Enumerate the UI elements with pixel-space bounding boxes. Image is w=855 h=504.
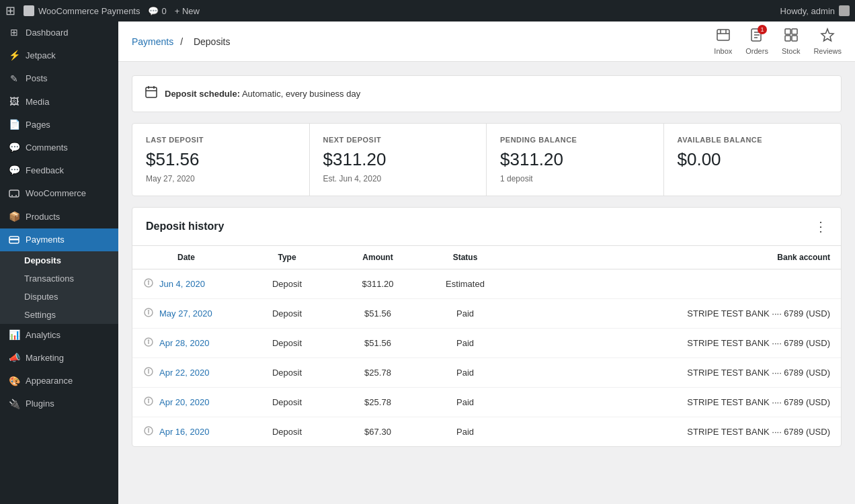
woocommerce-icon [8,187,20,200]
main-layout: ⊞ Dashboard ⚡ Jetpack ✎ Posts 🖼 Media 📄 … [0,22,855,504]
cell-bank-account: STRIPE TEST BANK ···· 6789 (USD) [509,388,841,417]
wp-logo-icon: ⊞ [5,3,15,18]
sidebar-item-label: Dashboard [26,27,69,39]
payments-icon [8,234,20,246]
col-type: Type [240,246,334,269]
breadcrumb-current: Deposits [194,36,230,47]
deposit-schedule-value: Automatic, every business day [242,89,360,99]
table-row: Apr 20, 2020 Deposit $25.78 Paid STRIPE … [132,388,841,417]
orders-label: Orders [745,47,768,55]
reviews-label: Reviews [813,47,842,55]
sidebar-item-dashboard[interactable]: ⊞ Dashboard [0,22,118,44]
cell-bank-account [509,269,841,299]
transactions-label: Transactions [24,274,74,284]
svg-point-22 [149,399,149,400]
sidebar-item-feedback[interactable]: 💬 Feedback [0,159,118,182]
sidebar-item-marketing[interactable]: 📣 Marketing [0,347,118,370]
admin-user[interactable]: Howdy, admin [780,5,850,16]
inbox-action[interactable]: Inbox [714,28,732,55]
sidebar-item-jetpack[interactable]: ⚡ Jetpack [0,44,118,67]
marketing-icon: 📣 [8,352,20,364]
dashboard-icon: ⊞ [8,27,20,39]
deposits-table: Date Type Amount Status Bank account [132,246,841,446]
stock-action[interactable]: Stock [782,28,801,55]
table-row: May 27, 2020 Deposit $51.56 Paid STRIPE … [132,299,841,329]
cell-status: Paid [421,329,509,358]
info-icon[interactable] [143,425,154,438]
submenu-disputes[interactable]: Disputes [0,288,118,306]
howdy-text: Howdy, admin [780,6,835,16]
site-name[interactable]: WooCommerce Payments [24,5,140,16]
jetpack-icon: ⚡ [8,50,20,62]
cell-date: May 27, 2020 [132,299,240,329]
cell-amount: $67.30 [334,417,421,447]
stat-pending-balance: PENDING BALANCE $311.20 1 deposit [487,124,664,196]
cell-date: Apr 22, 2020 [132,358,240,388]
submenu-deposits[interactable]: Deposits [0,251,118,269]
orders-badge: 1 [758,25,767,34]
sidebar-item-pages[interactable]: 📄 Pages [0,114,118,136]
cell-type: Deposit [240,269,334,299]
col-status: Status [421,246,509,269]
comments-count: 0 [161,6,166,16]
breadcrumb-parent[interactable]: Payments [132,36,173,47]
stat-label: AVAILABLE BALANCE [678,136,828,144]
sidebar-item-appearance[interactable]: 🎨 Appearance [0,370,118,392]
sidebar-item-media[interactable]: 🖼 Media [0,91,118,114]
sidebar-item-analytics[interactable]: 📊 Analytics [0,324,118,347]
cell-amount: $51.56 [334,329,421,358]
posts-icon: ✎ [8,73,20,85]
date-link[interactable]: Apr 28, 2020 [159,338,209,348]
sidebar-item-label: Pages [26,119,50,131]
top-actions: Inbox 1 Orders [714,28,842,55]
sidebar-item-label: Payments [26,234,65,246]
cell-bank-account: STRIPE TEST BANK ···· 6789 (USD) [509,329,841,358]
sidebar-item-woocommerce[interactable]: WooCommerce [0,182,118,205]
date-link[interactable]: Apr 20, 2020 [159,397,209,407]
info-icon[interactable] [143,307,154,320]
cell-date: Apr 20, 2020 [132,388,240,417]
info-icon[interactable] [143,366,154,379]
stat-value: $311.20 [500,149,650,170]
sidebar-item-posts[interactable]: ✎ Posts [0,67,118,90]
info-icon[interactable] [143,396,154,409]
stat-sub: 1 deposit [500,174,650,183]
submenu-transactions[interactable]: Transactions [0,269,118,288]
history-title: Deposit history [146,220,224,233]
stock-label: Stock [782,47,801,55]
table-row: Apr 22, 2020 Deposit $25.78 Paid STRIPE … [132,358,841,388]
submenu-settings[interactable]: Settings [0,306,118,324]
cell-amount: $51.56 [334,299,421,329]
sidebar-item-label: Jetpack [26,50,56,62]
orders-action[interactable]: 1 Orders [745,28,768,55]
more-options-button[interactable]: ⋮ [814,218,827,235]
site-icon [24,5,34,16]
sidebar-item-label: Feedback [26,165,64,177]
sidebar-item-comments[interactable]: 💬 Comments [0,136,118,159]
svg-rect-12 [146,87,157,97]
date-link[interactable]: Apr 16, 2020 [159,427,209,437]
date-link[interactable]: May 27, 2020 [159,308,212,319]
stat-label: LAST DEPOSIT [146,136,296,144]
sidebar-item-label: Plugins [26,398,54,410]
date-link[interactable]: Jun 4, 2020 [159,279,205,289]
info-icon[interactable] [143,337,154,349]
new-button[interactable]: + New [175,6,200,16]
avatar [839,5,850,16]
inbox-icon [716,28,731,46]
svg-marker-11 [821,29,833,41]
stat-sub: May 27, 2020 [146,174,296,183]
sidebar-item-payments[interactable]: Payments [0,228,118,251]
sidebar: ⊞ Dashboard ⚡ Jetpack ✎ Posts 🖼 Media 📄 … [0,22,118,504]
reviews-action[interactable]: Reviews [813,28,842,55]
stat-sub: Est. Jun 4, 2020 [323,174,473,183]
svg-rect-8 [792,29,797,34]
sidebar-item-plugins[interactable]: 🔌 Plugins [0,392,118,415]
comments-link[interactable]: 💬 0 [148,6,166,16]
info-icon[interactable] [143,278,154,290]
svg-rect-0 [9,190,19,197]
media-icon: 🖼 [8,96,20,108]
sidebar-item-products[interactable]: 📦 Products [0,206,118,228]
date-link[interactable]: Apr 22, 2020 [159,368,209,378]
svg-point-20 [149,370,149,370]
